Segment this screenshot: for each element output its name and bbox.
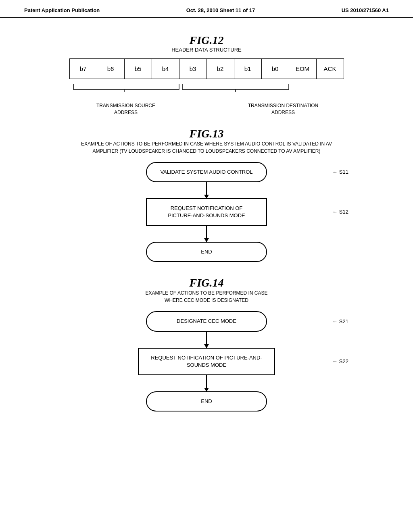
fig14-label-s21: ← S21 xyxy=(332,318,348,324)
fig12-title: FIG.12 xyxy=(32,34,381,47)
brace-left-label: TRANSMISSION SOURCEADDRESS xyxy=(73,102,178,116)
fig14-step-end-wrapper: END xyxy=(32,391,381,411)
header-table: b7b6b5b4b3b2b1b0EOMACK xyxy=(69,58,344,79)
header-cell-eom: EOM xyxy=(289,59,316,79)
fig14-step-s21: DESIGNATE CEC MODE xyxy=(146,311,267,331)
header-left: Patent Application Publication xyxy=(24,7,100,13)
header-right: US 2010/271560 A1 xyxy=(342,7,389,13)
header-cell-b6: b6 xyxy=(97,59,124,79)
header-cell-b4: b4 xyxy=(152,59,179,79)
fig14-step-s22: REQUEST NOTIFICATION OF PICTURE-AND-SOUN… xyxy=(138,348,275,375)
fig13-step-end-wrapper: END xyxy=(32,242,381,262)
brace-right-label: TRANSMISSION DESTINATIONADDRESS xyxy=(227,102,340,116)
fig14-arrow-1 xyxy=(206,332,207,348)
fig13-step-s11-wrapper: VALIDATE SYSTEM AUDIO CONTROL ← S11 xyxy=(32,162,381,182)
fig14-flowchart: DESIGNATE CEC MODE ← S21 REQUEST NOTIFIC… xyxy=(32,311,381,411)
header-cell-b1: b1 xyxy=(234,59,261,79)
fig14-step-s22-wrapper: REQUEST NOTIFICATION OF PICTURE-AND-SOUN… xyxy=(32,348,381,375)
fig14-arrow-2 xyxy=(206,375,207,391)
fig14-label-s22: ← S22 xyxy=(332,358,348,364)
fig13-label-s12: ← S12 xyxy=(332,209,348,215)
fig13-title: FIG.13 xyxy=(32,127,381,140)
header-cell-b5: b5 xyxy=(124,59,152,79)
main-content: FIG.12 HEADER DATA STRUCTURE b7b6b5b4b3b… xyxy=(0,18,413,420)
header-table-container: b7b6b5b4b3b2b1b0EOMACK xyxy=(32,58,381,79)
header-cell-b7: b7 xyxy=(69,59,97,79)
fig13-flowchart: VALIDATE SYSTEM AUDIO CONTROL ← S11 REQU… xyxy=(32,162,381,262)
fig14-step-s21-wrapper: DESIGNATE CEC MODE ← S21 xyxy=(32,311,381,331)
fig13-arrow-2 xyxy=(206,226,207,242)
page-header: Patent Application Publication Oct. 28, … xyxy=(0,0,413,18)
fig14-title: FIG.14 xyxy=(32,276,381,289)
fig14-step-end: END xyxy=(146,391,267,411)
fig13-step-s11: VALIDATE SYSTEM AUDIO CONTROL xyxy=(146,162,267,182)
fig14-caption: EXAMPLE OF ACTIONS TO BE PERFORMED IN CA… xyxy=(75,289,338,304)
header-cell-b2: b2 xyxy=(206,59,234,79)
fig12-subtitle: HEADER DATA STRUCTURE xyxy=(32,47,381,53)
fig13-step-s12: REQUEST NOTIFICATION OFPICTURE-AND-SOUND… xyxy=(146,198,267,226)
fig13-caption: EXAMPLE OF ACTIONS TO BE PERFORMED IN CA… xyxy=(75,140,338,155)
fig14-section: FIG.14 EXAMPLE OF ACTIONS TO BE PERFORME… xyxy=(32,276,381,411)
fig13-section: FIG.13 EXAMPLE OF ACTIONS TO BE PERFORME… xyxy=(32,127,381,262)
header-cell-b3: b3 xyxy=(179,59,206,79)
header-middle: Oct. 28, 2010 Sheet 11 of 17 xyxy=(186,7,255,13)
fig13-step-s12-wrapper: REQUEST NOTIFICATION OFPICTURE-AND-SOUND… xyxy=(32,198,381,226)
header-cell-ack: ACK xyxy=(316,59,344,79)
fig13-label-s11: ← S11 xyxy=(332,169,348,175)
fig12-section: FIG.12 HEADER DATA STRUCTURE b7b6b5b4b3b… xyxy=(32,34,381,116)
header-cell-b0: b0 xyxy=(261,59,289,79)
fig13-step-end: END xyxy=(146,242,267,262)
fig13-arrow-1 xyxy=(206,182,207,198)
